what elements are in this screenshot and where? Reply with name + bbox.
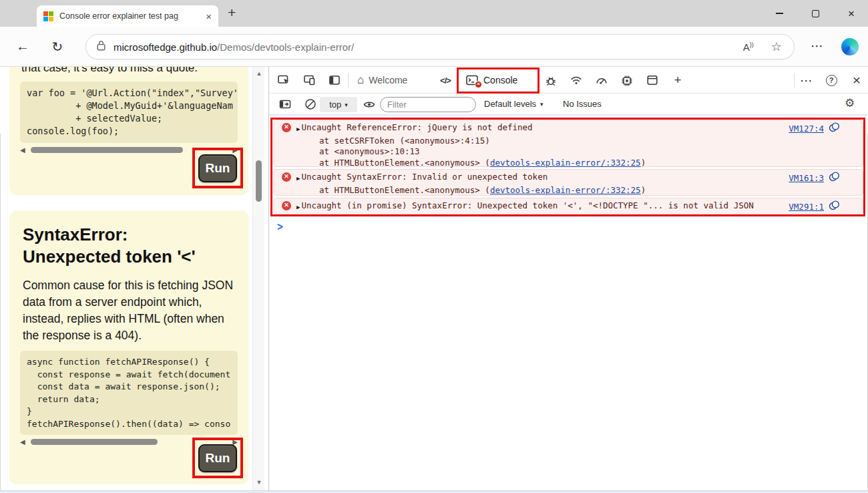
stack-frame: at <anonymous>:10:13 bbox=[278, 146, 857, 158]
url-host: microsoftedge.github.io bbox=[114, 41, 217, 53]
clear-console-icon[interactable] bbox=[302, 97, 318, 112]
log-levels-dropdown[interactable]: Default levels ▾ bbox=[484, 99, 544, 109]
source-link[interactable]: VM291:1 bbox=[789, 202, 824, 213]
devtools-close-icon[interactable]: × bbox=[849, 73, 865, 88]
tab-console[interactable]: × Console bbox=[466, 67, 517, 94]
scroll-left-icon[interactable]: ◀ bbox=[20, 146, 25, 154]
browser-tab[interactable]: Console error explainer test page × bbox=[37, 5, 218, 27]
title-bar: Console error explainer test page × + × bbox=[0, 0, 868, 27]
activity-bar-layout-icon[interactable] bbox=[327, 73, 343, 88]
home-icon: ⌂ bbox=[357, 73, 364, 87]
source-link[interactable]: devtools-explain-error/:332:25 bbox=[490, 158, 641, 168]
code-line: return data; bbox=[27, 394, 100, 404]
chevron-down-icon: ▾ bbox=[345, 102, 348, 108]
context-selector-value: top bbox=[329, 100, 341, 110]
stack-frame: at HTMLButtonElement.<anonymous> (devtoo… bbox=[278, 185, 857, 196]
url-text: microsoftedge.github.io/Demos/devtools-e… bbox=[114, 41, 354, 53]
scroll-up-icon[interactable]: ▲ bbox=[253, 70, 265, 77]
debugger-bug-icon[interactable] bbox=[543, 73, 559, 88]
application-panel-icon[interactable] bbox=[644, 73, 660, 88]
device-emulation-icon[interactable] bbox=[301, 73, 317, 88]
run-button-2[interactable]: Run bbox=[198, 444, 237, 472]
tab-title: Console error explainer test page bbox=[59, 11, 178, 21]
error-card-1: that case, it's easy to miss a quote. va… bbox=[9, 67, 248, 195]
network-wifi-icon[interactable] bbox=[568, 73, 584, 88]
address-bar[interactable]: microsoftedge.github.io/Demos/devtools-e… bbox=[85, 34, 795, 59]
sources-code-icon[interactable]: </> bbox=[437, 73, 453, 88]
scroll-left-icon[interactable]: ◀ bbox=[20, 438, 25, 446]
refresh-button[interactable]: ↻ bbox=[48, 39, 67, 55]
devtools-panel: ⌂ Welcome </> × Console bbox=[268, 67, 868, 490]
source-link[interactable]: VM127:4 bbox=[789, 124, 824, 135]
code-line: const response = await fetch(document bbox=[27, 369, 230, 379]
callout-run-button-2: Run bbox=[192, 438, 243, 478]
webpage-viewport: that case, it's easy to miss a quote. va… bbox=[0, 67, 268, 490]
minimize-icon bbox=[776, 13, 783, 14]
tab-close-icon[interactable]: × bbox=[206, 11, 212, 21]
expand-triangle-icon[interactable]: ▶ bbox=[296, 202, 300, 213]
console-error-message: ✕ ▶ Uncaught ReferenceError: jQuery is n… bbox=[273, 120, 863, 167]
new-tab-button[interactable]: + bbox=[228, 5, 236, 21]
code-line: var foo = '@Url.Action("index","Survey' bbox=[27, 88, 238, 98]
performance-gauge-icon[interactable] bbox=[594, 73, 610, 88]
inspect-element-icon[interactable] bbox=[276, 73, 292, 88]
source-link[interactable]: devtools-explain-error/:332:25 bbox=[490, 185, 641, 195]
error-icon: ✕ bbox=[282, 172, 291, 182]
expand-triangle-icon[interactable]: ▶ bbox=[296, 124, 300, 135]
microsoft-logo-icon bbox=[43, 11, 53, 21]
code-line: console.log(foo); bbox=[27, 126, 119, 136]
source-link[interactable]: VM161:3 bbox=[789, 173, 824, 184]
card2-code-block: async function fetchAPIResponse() { cons… bbox=[20, 351, 238, 435]
navigation-bar: ← ↻ microsoftedge.github.io/Demos/devtoo… bbox=[0, 27, 868, 67]
console-filter-input[interactable] bbox=[380, 97, 476, 112]
live-expression-eye-icon[interactable] bbox=[361, 97, 377, 112]
tab-welcome[interactable]: ⌂ Welcome bbox=[357, 67, 407, 94]
scrollbar-thumb[interactable] bbox=[31, 439, 158, 445]
window-minimize-button[interactable] bbox=[763, 0, 796, 27]
scrollbar-thumb[interactable] bbox=[256, 160, 262, 202]
error-icon: ✕ bbox=[282, 123, 291, 132]
console-settings-gear-icon[interactable]: ⚙ bbox=[845, 96, 855, 110]
memory-chip-icon[interactable] bbox=[619, 73, 635, 88]
toolbar-divider bbox=[348, 73, 349, 88]
devtools-more-options-icon[interactable]: ⋯ bbox=[799, 73, 815, 88]
window-frame-bottom bbox=[0, 490, 868, 493]
url-path: /Demos/devtools-explain-error/ bbox=[217, 41, 354, 53]
copilot-icon[interactable] bbox=[841, 38, 859, 55]
scroll-down-icon[interactable]: ▼ bbox=[253, 479, 265, 486]
back-button[interactable]: ← bbox=[13, 39, 32, 54]
code-line: async function fetchAPIResponse() { bbox=[27, 357, 210, 367]
issues-counter[interactable]: No Issues bbox=[563, 99, 602, 109]
context-selector-dropdown[interactable]: top ▾ bbox=[320, 97, 357, 112]
copilot-explain-icon[interactable] bbox=[829, 200, 840, 214]
browser-window: Console error explainer test page × + × … bbox=[0, 0, 868, 493]
error-icon: ✕ bbox=[282, 201, 291, 210]
error-card-2: SyntaxError:Unexpected token '<' Common … bbox=[9, 210, 248, 484]
content-area: that case, it's easy to miss a quote. va… bbox=[0, 67, 868, 490]
favorites-star-icon[interactable]: ☆ bbox=[771, 39, 782, 54]
run-button-1[interactable]: Run bbox=[198, 154, 237, 182]
log-levels-label: Default levels bbox=[484, 99, 536, 109]
window-close-button[interactable]: × bbox=[835, 0, 868, 27]
console-error-message: ✕ ▶ Uncaught (in promise) SyntaxError: U… bbox=[273, 198, 863, 214]
window-maximize-button[interactable] bbox=[799, 0, 832, 27]
scrollbar-thumb[interactable] bbox=[31, 147, 183, 153]
devtools-help-icon[interactable]: ? bbox=[823, 73, 839, 88]
console-prompt-chevron[interactable]: > bbox=[277, 219, 283, 234]
copilot-explain-icon[interactable] bbox=[829, 172, 840, 185]
console-error-message: ✕ ▶ Uncaught SyntaxError: Invalid or une… bbox=[273, 169, 863, 196]
code-line: + @Model.MyGuid+'&languageNam bbox=[27, 100, 233, 111]
console-icon: × bbox=[466, 75, 479, 86]
read-aloud-icon[interactable]: A)) bbox=[743, 41, 754, 53]
page-vertical-scrollbar[interactable]: ▲ ▼ bbox=[252, 67, 264, 490]
copilot-explain-icon[interactable] bbox=[829, 122, 840, 136]
more-tools-plus-icon[interactable]: + bbox=[670, 73, 686, 88]
stack-frame: at setCSRFToken (<anonymous>:4:15) bbox=[278, 136, 857, 147]
console-sidebar-icon[interactable] bbox=[277, 97, 293, 112]
expand-triangle-icon[interactable]: ▶ bbox=[296, 173, 300, 184]
code-line: const data = await response.json(); bbox=[27, 381, 220, 391]
browser-menu-icon[interactable]: ⋯ bbox=[811, 38, 824, 53]
error-text: Uncaught (in promise) SyntaxError: Unexp… bbox=[301, 200, 781, 212]
card2-paragraph: Common cause for this is fetching JSON d… bbox=[23, 277, 235, 345]
console-error-badge: × bbox=[475, 81, 482, 88]
